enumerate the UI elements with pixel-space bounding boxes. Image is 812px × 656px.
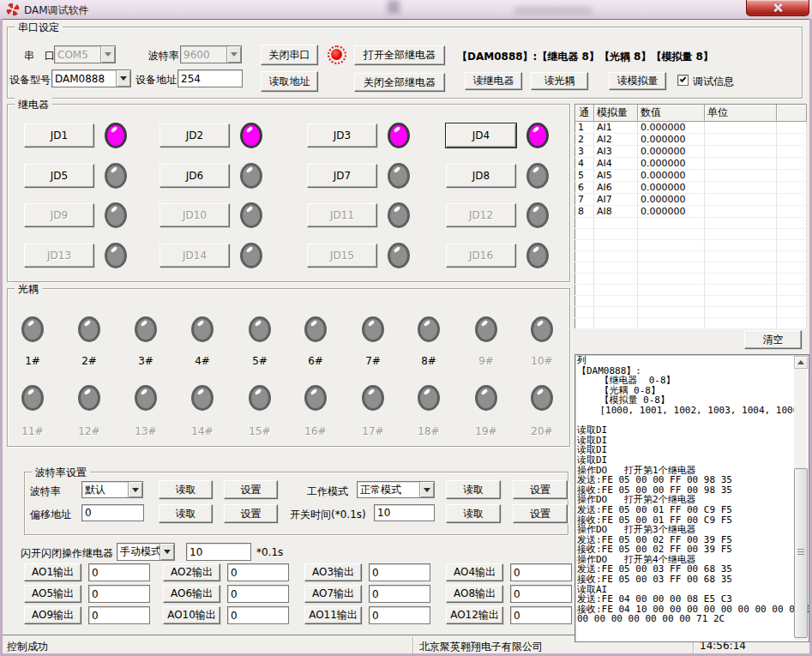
ao-input-AO12输出[interactable] <box>510 606 572 624</box>
ao-button-AO10输出[interactable]: AO10输出 <box>163 606 220 624</box>
read-addr-button[interactable]: 读取地址 <box>261 71 318 92</box>
flash-time-input[interactable] <box>186 543 251 561</box>
relay-button-JD7[interactable]: JD7 <box>307 164 377 188</box>
close-serial-button[interactable]: 关闭串口 <box>261 45 318 65</box>
table-row[interactable]: 1AI10.000000 <box>575 122 807 134</box>
baud-read-button[interactable]: 读取 <box>159 480 213 499</box>
ao-input-AO9输出[interactable] <box>88 606 150 624</box>
workmode-set-button[interactable]: 设置 <box>513 480 568 499</box>
relay-button-JD5[interactable]: JD5 <box>24 164 94 188</box>
table-row[interactable] <box>575 218 807 229</box>
offset-input[interactable] <box>81 504 144 521</box>
ao-input-AO7输出[interactable] <box>369 585 430 603</box>
table-row[interactable] <box>575 262 807 274</box>
model-select[interactable]: DAM0888 <box>51 69 131 87</box>
read-relay-button[interactable]: 读继电器 <box>465 72 522 90</box>
analog-col-header[interactable]: 模拟量 <box>594 105 638 122</box>
log-scrollbar[interactable] <box>794 356 808 641</box>
ao-button-AO6输出[interactable]: AO6输出 <box>163 585 220 603</box>
open-all-relays-button[interactable]: 打开全部继电器 <box>354 45 445 65</box>
table-row[interactable]: 2AI20.000000 <box>575 134 807 146</box>
relay-button-JD11[interactable]: JD11 <box>307 203 377 227</box>
table-row[interactable]: 3AI30.000000 <box>575 146 807 158</box>
ao-input-AO10输出[interactable] <box>227 606 289 624</box>
table-row[interactable] <box>575 318 807 329</box>
port-select[interactable]: COM5 <box>54 45 116 63</box>
relay-button-JD1[interactable]: JD1 <box>24 123 94 147</box>
table-row[interactable]: 6AI60.000000 <box>575 182 807 194</box>
offset-read-button[interactable]: 读取 <box>159 504 213 523</box>
debug-info-checkbox[interactable] <box>677 75 689 86</box>
baud-set-button[interactable]: 设置 <box>224 480 278 499</box>
baud2-select[interactable]: 默认 <box>81 481 143 498</box>
switchtime-input[interactable] <box>374 504 435 521</box>
analog-col-header[interactable]: 通 <box>575 105 594 122</box>
ao-button-AO11输出[interactable]: AO11输出 <box>304 606 362 624</box>
chevron-down-icon[interactable] <box>128 482 142 497</box>
flash-mode-select[interactable]: 手动模式 <box>117 543 175 561</box>
ao-button-AO7输出[interactable]: AO7输出 <box>304 585 362 603</box>
relay-button-JD3[interactable]: JD3 <box>307 123 377 147</box>
ao-button-AO12输出[interactable]: AO12输出 <box>446 606 503 624</box>
read-opto-button[interactable]: 读光耦 <box>531 72 588 90</box>
relay-button-JD13[interactable]: JD13 <box>24 244 94 268</box>
ao-button-AO8输出[interactable]: AO8输出 <box>446 585 503 603</box>
switchtime-read-button[interactable]: 读取 <box>446 504 501 523</box>
ao-button-AO2输出[interactable]: AO2输出 <box>163 563 220 581</box>
analog-col-header[interactable]: 单位 <box>705 105 777 122</box>
chevron-down-icon[interactable] <box>100 46 115 63</box>
table-row[interactable] <box>575 251 807 262</box>
table-row[interactable]: 8AI80.000000 <box>575 206 807 218</box>
ao-button-AO5输出[interactable]: AO5输出 <box>24 585 81 603</box>
ao-button-AO3输出[interactable]: AO3输出 <box>304 563 362 581</box>
close-all-relays-button[interactable]: 关闭全部继电器 <box>354 73 445 92</box>
ao-input-AO2输出[interactable] <box>227 563 289 581</box>
baud-select[interactable]: 9600 <box>180 45 242 63</box>
log-panel[interactable]: 列【DAM0888】: 【继电器 0-8】 【光耦 0-8】 【模拟量 0-8】… <box>574 354 809 642</box>
relay-button-JD14[interactable]: JD14 <box>159 244 230 268</box>
table-row[interactable] <box>575 296 807 307</box>
ao-input-AO11输出[interactable] <box>369 606 430 624</box>
scroll-up-button[interactable] <box>794 356 808 369</box>
close-button[interactable] <box>746 0 809 16</box>
workmode-read-button[interactable]: 读取 <box>446 480 501 499</box>
table-row[interactable] <box>575 229 807 240</box>
ao-button-AO1输出[interactable]: AO1输出 <box>24 563 81 581</box>
scrollbar-thumb[interactable] <box>794 468 808 638</box>
ao-button-AO4输出[interactable]: AO4输出 <box>446 563 503 581</box>
chevron-down-icon[interactable] <box>419 482 434 497</box>
table-row[interactable] <box>575 285 807 296</box>
offset-set-button[interactable]: 设置 <box>224 504 278 523</box>
relay-button-JD2[interactable]: JD2 <box>159 123 230 147</box>
clear-button[interactable]: 清空 <box>744 330 802 349</box>
chevron-down-icon[interactable] <box>159 544 174 560</box>
relay-button-JD9[interactable]: JD9 <box>24 203 94 227</box>
analog-col-header[interactable] <box>777 105 807 122</box>
ao-input-AO6输出[interactable] <box>227 585 289 603</box>
relay-button-JD6[interactable]: JD6 <box>159 164 230 188</box>
read-analog-button[interactable]: 读模拟量 <box>609 72 666 90</box>
relay-button-JD12[interactable]: JD12 <box>446 203 516 227</box>
relay-button-JD15[interactable]: JD15 <box>307 244 377 268</box>
table-row[interactable] <box>575 307 807 318</box>
switchtime-set-button[interactable]: 设置 <box>513 504 568 523</box>
relay-button-JD16[interactable]: JD16 <box>446 244 516 268</box>
ao-input-AO8输出[interactable] <box>510 585 572 603</box>
table-row[interactable] <box>575 274 807 285</box>
ao-input-AO3输出[interactable] <box>369 563 430 581</box>
analog-col-header[interactable]: 数值 <box>638 105 705 122</box>
ao-input-AO5输出[interactable] <box>88 585 150 603</box>
ao-input-AO1输出[interactable] <box>88 563 150 581</box>
relay-button-JD4[interactable]: JD4 <box>446 123 516 147</box>
ao-button-AO9输出[interactable]: AO9输出 <box>24 606 81 624</box>
ao-input-AO4输出[interactable] <box>510 563 572 581</box>
table-row[interactable]: 7AI70.000000 <box>575 194 807 206</box>
table-row[interactable]: 4AI40.000000 <box>575 158 807 170</box>
table-row[interactable]: 5AI50.000000 <box>575 170 807 182</box>
relay-button-JD8[interactable]: JD8 <box>446 164 516 188</box>
workmode-select[interactable]: 正常模式 <box>357 481 435 498</box>
table-row[interactable] <box>575 240 807 251</box>
chevron-down-icon[interactable] <box>226 46 241 63</box>
chevron-down-icon[interactable] <box>116 70 130 87</box>
relay-button-JD10[interactable]: JD10 <box>159 203 230 227</box>
